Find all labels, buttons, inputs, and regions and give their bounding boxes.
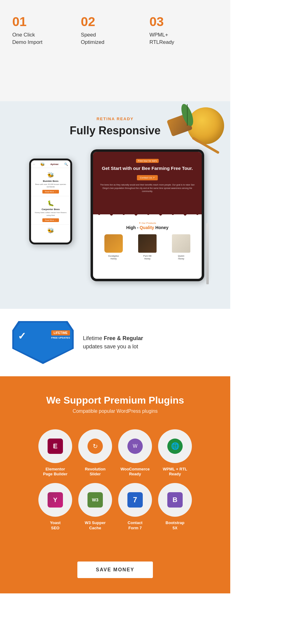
tablet-product-eucalyptus: EucalyptusHoney <box>98 234 129 260</box>
cf7-label: ContactForm 7 <box>128 520 142 531</box>
cf7-circle: 7 <box>118 483 152 517</box>
bootstrap-circle: B <box>158 483 192 517</box>
features-section: 01 One ClickDemo Import 02 SpeedOptimize… <box>0 0 230 101</box>
w3-label: W3 SupperCache <box>85 520 106 531</box>
eucalyptus-name: EucalyptusHoney <box>98 255 129 260</box>
tablet-products-title: High - Quality Honey <box>98 225 197 230</box>
lifetime-section: ✓ LIFETIME FREE UPDATES Lifetime Free & … <box>0 309 230 376</box>
feature-2-number: 02 <box>81 15 149 28</box>
feature-2: 02 SpeedOptimized <box>81 15 149 46</box>
feature-2-title: SpeedOptimized <box>81 31 149 46</box>
revolution-icon: ↻ <box>87 439 103 454</box>
feature-3: 03 WPML+RTLReady <box>150 15 218 46</box>
feature-3-number: 03 <box>150 15 218 28</box>
phone-card-1-title: Bumble Bees <box>33 180 68 182</box>
queen-img <box>172 234 190 253</box>
tablet-products: ⚜ Our Products High - Quality Honey Euca… <box>93 214 202 264</box>
tablet-products-grid: EucalyptusHoney Pure HillHoney QueenHone… <box>98 234 197 260</box>
elementor-label: ElementorPage Builder <box>43 467 67 477</box>
phone-search-icon: 🔍 <box>64 163 68 166</box>
phone-card-1-text: Bees with over 20,000 known species worl… <box>33 183 68 188</box>
yoast-icon: Y <box>48 492 63 508</box>
bootstrap-icon: B <box>167 492 183 508</box>
drip-bar <box>93 210 202 214</box>
yoast-label: YoastSEO <box>50 520 60 531</box>
phone-read-more-2[interactable]: Read More → <box>42 218 59 222</box>
phone-bee-3: 🐝 <box>31 225 70 236</box>
shield-container: ✓ LIFETIME FREE UPDATES <box>12 321 74 364</box>
plugin-cf7: 7 ContactForm 7 <box>118 483 152 531</box>
feature-1-number: 01 <box>12 15 81 28</box>
wpml-label: WPML + RTLReady <box>163 467 187 477</box>
woocommerce-label: WooCommerceReady <box>120 467 150 477</box>
save-money-section: SAVE MONEY <box>0 552 230 593</box>
tablet-cta-btn[interactable]: Contact Us ↗ <box>137 175 158 180</box>
tablet-product-hill: Pure HillHoney <box>132 234 163 260</box>
hill-name: Pure HillHoney <box>132 255 163 260</box>
phone-card-2-title: Carpenter Bees <box>33 208 68 211</box>
tablet-hero-text: The bees live as they naturally would an… <box>98 183 197 193</box>
bootstrap-label: Bootstrap5X <box>165 520 184 531</box>
plugins-subtitle: Compatible popular WordPress plugins <box>12 408 218 414</box>
tablet-badge: Free tour for kid's <box>136 159 159 163</box>
woocommerce-circle: W <box>118 429 152 463</box>
retina-section: RETINA READY Fully Responsive Free tour … <box>0 101 230 309</box>
phone-screen: ≡ 🐝 Apinae 🔍 🐝 Bumble Bees Bees with ove… <box>31 160 70 243</box>
plugin-bootstrap: B Bootstrap5X <box>158 483 192 531</box>
lifetime-badge: ✓ LIFETIME FREE UPDATES <box>12 321 74 364</box>
leaf-icon <box>178 103 196 127</box>
wpml-circle: 🌐 <box>158 429 192 463</box>
phone-bee-2: 🐛 <box>33 200 68 207</box>
shield-text: LIFETIME FREE UPDATES <box>51 330 70 339</box>
svg-point-0 <box>179 103 196 127</box>
phone-card-1: 🐝 Bumble Bees Bees with over 20,000 know… <box>31 168 70 197</box>
plugin-elementor: E ElementorPage Builder <box>38 429 72 477</box>
revolution-label: RevolutionSlider <box>85 467 105 477</box>
shield-free-updates-text: FREE UPDATES <box>51 336 70 339</box>
retina-title: Fully Responsive <box>12 124 218 137</box>
hill-img <box>138 234 157 253</box>
plugins-title: We Support Premium Plugins <box>12 395 218 406</box>
phone-mockup: ≡ 🐝 Apinae 🔍 🐝 Bumble Bees Bees with ove… <box>29 159 72 244</box>
shield-svg <box>12 321 74 364</box>
plugin-w3: W3 W3 SupperCache <box>78 483 112 531</box>
devices-container: Free tour for kid's Get Start with our B… <box>26 149 204 290</box>
tablet-hero: Free tour for kid's Get Start with our B… <box>93 152 202 210</box>
revolution-circle: ↻ <box>78 429 112 463</box>
phone-logo: Apinae <box>50 163 59 166</box>
phone-bee-1: 🐝 <box>33 172 68 178</box>
phone-read-more-1[interactable]: Read More → <box>42 190 59 194</box>
queen-name: QueenHoney <box>165 255 197 260</box>
phone-card-2: 🐛 Carpenter Bees Honey bees collect nect… <box>31 196 70 225</box>
phone-hamburger: ≡ <box>33 163 35 165</box>
drip-svg <box>93 211 202 217</box>
phone-card-2-text: Honey bees collect nectar from flowers u… <box>33 211 68 217</box>
retina-label: RETINA READY <box>12 117 218 121</box>
tablet-products-label: ⚜ Our Products <box>98 222 197 224</box>
wpml-icon: 🌐 <box>167 439 183 454</box>
woocommerce-icon: W <box>127 439 143 454</box>
tablet-product-queen: QueenHoney <box>165 234 197 260</box>
feature-1-title: One ClickDemo Import <box>12 31 81 46</box>
tablet-mockup: Free tour for kid's Get Start with our B… <box>91 149 204 281</box>
eucalyptus-img <box>104 234 123 253</box>
plugin-wpml: 🌐 WPML + RTLReady <box>158 429 192 477</box>
feature-3-title: WPML+RTLReady <box>150 31 218 46</box>
plugin-revolution: ↻ RevolutionSlider <box>78 429 112 477</box>
elementor-circle: E <box>38 429 72 463</box>
tablet-screen: Free tour for kid's Get Start with our B… <box>93 152 202 279</box>
plugin-woocommerce: W WooCommerceReady <box>118 429 152 477</box>
phone-bee-icon: 🐝 <box>40 162 45 167</box>
plugins-grid-row1: E ElementorPage Builder ↻ RevolutionSlid… <box>12 429 218 477</box>
feature-1: 01 One ClickDemo Import <box>12 15 81 46</box>
plugins-section: We Support Premium Plugins Compatible po… <box>0 376 230 553</box>
elementor-icon: E <box>48 439 63 454</box>
w3-icon: W3 <box>87 492 103 508</box>
stylus <box>206 223 209 284</box>
plugin-yoast: Y YoastSEO <box>38 483 72 531</box>
save-money-button[interactable]: SAVE MONEY <box>77 562 153 578</box>
yoast-circle: Y <box>38 483 72 517</box>
shield-checkmark: ✓ <box>18 330 26 342</box>
w3-circle: W3 <box>78 483 112 517</box>
plugins-grid-row2: Y YoastSEO W3 W3 SupperCache 7 ContactFo… <box>12 483 218 531</box>
